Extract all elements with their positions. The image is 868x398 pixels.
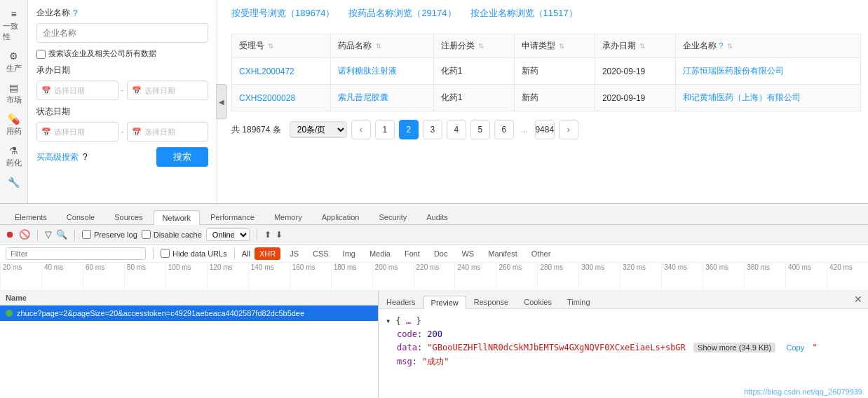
devtools-tab-sources[interactable]: Sources — [105, 210, 151, 224]
show-more-button[interactable]: Show more (34.9 KB) — [693, 343, 775, 352]
devtools-tab-performance[interactable]: Performance — [201, 210, 264, 224]
sort-icon-4: ⇅ — [639, 42, 645, 50]
detail-tab-timing[interactable]: Timing — [560, 295, 598, 308]
cell-drug[interactable]: 诺利糖肽注射液 — [331, 58, 434, 85]
record-button[interactable]: ⏺ — [6, 229, 15, 240]
hide-data-urls-input[interactable] — [161, 249, 170, 258]
browse-tab-0[interactable]: 按受理号浏览（189674） — [231, 7, 334, 20]
detail-tab-response[interactable]: Response — [466, 295, 517, 308]
cell-apptype: 新药 — [514, 85, 595, 111]
page-btn-5[interactable]: 5 — [470, 120, 490, 139]
cell-id[interactable]: CXHL2000472 — [232, 58, 331, 85]
date-separator: - — [121, 85, 124, 95]
sidebar-item-consistency[interactable]: ≡ 一致性 — [1, 6, 27, 45]
export-button[interactable]: ⬇ — [276, 230, 283, 240]
import-button[interactable]: ⬆ — [264, 230, 271, 240]
page-btn-2[interactable]: 2 — [399, 120, 419, 139]
company-checkbox[interactable] — [36, 50, 46, 59]
filter-tag-other[interactable]: Other — [527, 247, 556, 260]
sidebar-item-chemistry[interactable]: ⚗ 药化 — [1, 142, 27, 171]
filter-all-label: All — [242, 249, 250, 258]
filter-tag-ws[interactable]: WS — [456, 247, 479, 260]
page-btn-last[interactable]: 9484 — [535, 120, 555, 139]
filter-tag-js[interactable]: JS — [285, 247, 304, 260]
filter-tag-xhr[interactable]: XHR — [255, 247, 280, 260]
preserve-log-input[interactable] — [82, 230, 91, 239]
preserve-log-checkbox[interactable]: Preserve log — [82, 230, 137, 239]
col-header-company[interactable]: 企业名称 ? ⇅ — [675, 34, 860, 58]
sidebar-item-label: 一致性 — [3, 21, 25, 42]
date-start-input[interactable]: 📅 选择日期 — [36, 81, 118, 100]
clear-button[interactable]: 🚫 — [19, 229, 30, 240]
browse-tab-2[interactable]: 按企业名称浏览（11517） — [470, 7, 578, 20]
status-date-end-input[interactable]: 📅 选择日期 — [127, 122, 209, 142]
devtools-tab-security[interactable]: Security — [369, 210, 416, 224]
col-header-regtype[interactable]: 注册分类 ⇅ — [433, 34, 514, 58]
timeline-tick: 240 ms — [454, 263, 496, 290]
filter-input[interactable] — [6, 247, 146, 260]
disable-cache-checkbox[interactable]: Disable cache — [142, 230, 202, 239]
search-icon[interactable]: 🔍 — [56, 229, 67, 240]
json-msg-line: msg: "成功" — [386, 355, 861, 369]
devtools-tab-application[interactable]: Application — [313, 210, 369, 224]
col-header-date[interactable]: 承办日期 ⇅ — [595, 34, 675, 58]
detail-close-icon[interactable]: ✕ — [854, 294, 862, 305]
page-btn-3[interactable]: 3 — [423, 120, 442, 139]
company-help-icon[interactable]: ? — [73, 8, 78, 18]
col-header-drug[interactable]: 药品名称 ⇅ — [331, 34, 434, 58]
sidebar-item-market[interactable]: ▤ 市场 — [1, 79, 27, 108]
browse-tab-1[interactable]: 按药品名称浏览（29174） — [348, 7, 456, 20]
search-button[interactable]: 搜索 — [156, 147, 208, 167]
devtools-tab-console[interactable]: Console — [57, 210, 104, 224]
sidebar-item-production[interactable]: ⚙ 生产 — [1, 48, 27, 76]
status-date-start-input[interactable]: 📅 选择日期 — [36, 122, 118, 142]
advanced-search-link[interactable]: 买高级搜索 — [36, 151, 79, 163]
detail-tab-headers[interactable]: Headers — [379, 295, 423, 308]
sort-icon-2: ⇅ — [478, 42, 484, 50]
cell-company[interactable]: 江苏恒瑞医药股份有限公司 — [675, 58, 860, 85]
sidebar-item-other[interactable]: 🔧 — [1, 174, 27, 192]
page-size-select[interactable]: 20条/页 50条/页 100条/页 — [290, 121, 347, 138]
request-list-header: Name — [0, 291, 378, 306]
hide-data-urls-checkbox[interactable]: Hide data URLs — [161, 249, 227, 258]
filter-tag-doc[interactable]: Doc — [429, 247, 453, 260]
devtools-tab-network[interactable]: Network — [154, 210, 200, 225]
toolbar-sep-1 — [37, 229, 38, 240]
timeline-tick: 320 ms — [620, 263, 661, 290]
next-page-button[interactable]: › — [559, 120, 578, 139]
sidebar-item-medicine[interactable]: 💊 用药 — [1, 111, 27, 139]
filter-tag-img[interactable]: Img — [338, 247, 360, 260]
cell-id[interactable]: CXHS2000028 — [232, 85, 331, 111]
devtools-tab-audits[interactable]: Audits — [417, 210, 457, 224]
advanced-help-icon[interactable]: ? — [83, 152, 88, 162]
col-header-apptype[interactable]: 申请类型 ⇅ — [514, 34, 595, 58]
filter-tag-manifest[interactable]: Manifest — [483, 247, 522, 260]
detail-tab-cookies[interactable]: Cookies — [516, 295, 560, 308]
online-select[interactable]: Online — [206, 228, 250, 241]
detail-tab-preview[interactable]: Preview — [423, 296, 466, 309]
copy-button[interactable]: Copy — [783, 343, 807, 352]
filter-tag-media[interactable]: Media — [365, 247, 395, 260]
page-btn-1[interactable]: 1 — [375, 120, 395, 139]
cell-drug[interactable]: 索凡昔尼胶囊 — [331, 85, 434, 111]
prev-page-button[interactable]: ‹ — [351, 120, 371, 139]
calendar-icon: 📅 — [41, 86, 51, 95]
devtools-tab-elements[interactable]: Elements — [6, 210, 56, 224]
filter-icon[interactable]: ▽ — [45, 229, 52, 240]
company-col-help-icon[interactable]: ? — [719, 41, 723, 50]
request-item-0[interactable]: zhuce?page=2&pageSize=20&accesstoken=c49… — [0, 306, 378, 322]
detail-content: ▾ { … } code: 200 data: "GBooUEZHFllNR0d… — [379, 309, 868, 374]
timeline-tick: 80 ms — [124, 263, 165, 290]
col-header-id[interactable]: 受理号 ⇅ — [232, 34, 331, 58]
devtools-tab-memory[interactable]: Memory — [265, 210, 311, 224]
company-input[interactable] — [36, 23, 208, 43]
page-btn-4[interactable]: 4 — [447, 120, 466, 139]
date-end-input[interactable]: 📅 选择日期 — [127, 81, 209, 100]
status-date-separator: - — [121, 127, 124, 137]
page-btn-6[interactable]: 6 — [494, 120, 514, 139]
disable-cache-input[interactable] — [142, 230, 151, 239]
filter-tag-font[interactable]: Font — [400, 247, 425, 260]
collapse-toggle[interactable]: ◀ — [216, 84, 227, 119]
cell-company[interactable]: 和记黄埔医药（上海）有限公司 — [675, 85, 860, 111]
filter-tag-css[interactable]: CSS — [308, 247, 334, 260]
